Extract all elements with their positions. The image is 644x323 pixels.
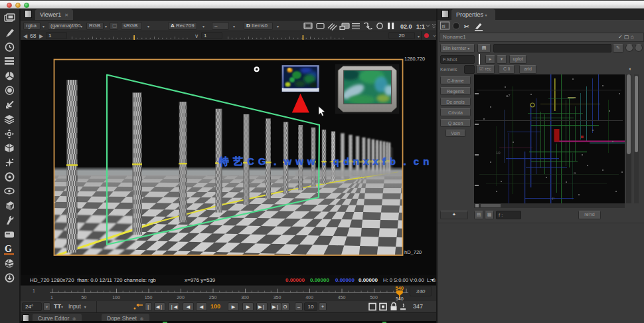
svg-text:300: 300 [241, 295, 249, 300]
svg-text:1: 1 [33, 288, 35, 293]
svg-text:50: 50 [82, 295, 87, 300]
svg-text:1: 1 [50, 295, 53, 300]
svg-text:100: 100 [112, 295, 120, 300]
svg-text:540: 540 [396, 296, 404, 301]
svg-text:02.0: 02.0 [400, 23, 412, 30]
svg-text:hD_720: hD_720 [404, 249, 422, 255]
svg-text:1280,720: 1280,720 [404, 56, 425, 62]
svg-text:ni: ni [442, 24, 445, 29]
svg-text:250: 250 [209, 295, 217, 300]
svg-text:a7: a7 [506, 94, 511, 98]
svg-text:特艺CG．www．qdnxxfb．cn: 特艺CG．www．qdnxxfb．cn [218, 156, 433, 167]
svg-text:450: 450 [338, 295, 346, 300]
svg-text:500: 500 [370, 295, 378, 300]
svg-text:✂: ✂ [464, 23, 469, 30]
svg-text:540: 540 [396, 285, 404, 291]
svg-text:400: 400 [305, 295, 313, 300]
svg-text:G: G [5, 244, 12, 254]
svg-text:150: 150 [145, 295, 153, 300]
svg-text:10: 10 [496, 151, 501, 155]
svg-text:1:1: 1:1 [416, 23, 425, 30]
svg-text:350: 350 [274, 295, 282, 300]
svg-text:200: 200 [177, 295, 185, 300]
